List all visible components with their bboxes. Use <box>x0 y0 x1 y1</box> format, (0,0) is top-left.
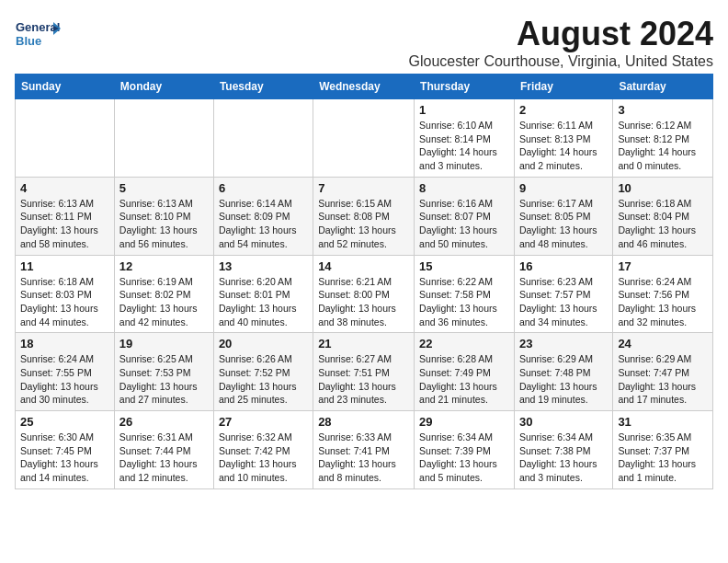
day-info: Sunrise: 6:25 AMSunset: 7:53 PMDaylight:… <box>119 352 209 407</box>
day-number: 16 <box>519 259 608 273</box>
day-number: 20 <box>219 337 308 350</box>
day-number: 4 <box>20 181 109 195</box>
calendar-cell-25: 22Sunrise: 6:28 AMSunset: 7:49 PMDayligh… <box>415 333 515 411</box>
day-number: 15 <box>419 259 509 273</box>
day-number: 14 <box>318 259 409 273</box>
day-info: Sunrise: 6:30 AMSunset: 7:45 PMDaylight:… <box>20 431 109 485</box>
day-info: Sunrise: 6:22 AMSunset: 7:58 PMDaylight:… <box>419 275 509 329</box>
day-number: 7 <box>318 181 409 195</box>
weekday-header-wednesday: Wednesday <box>313 75 415 99</box>
calendar-cell-9: 6Sunrise: 6:14 AMSunset: 8:09 PMDaylight… <box>213 177 313 255</box>
weekday-header-sunday: Sunday <box>16 75 115 99</box>
day-info: Sunrise: 6:29 AMSunset: 7:47 PMDaylight:… <box>618 352 708 407</box>
day-info: Sunrise: 6:18 AMSunset: 8:03 PMDaylight:… <box>20 275 109 329</box>
calendar-cell-6: 3Sunrise: 6:12 AMSunset: 8:12 PMDaylight… <box>613 99 713 178</box>
title-area: August 2024 Gloucester Courthouse, Virgi… <box>409 15 713 70</box>
day-info: Sunrise: 6:28 AMSunset: 7:49 PMDaylight:… <box>419 352 509 407</box>
calendar-cell-21: 18Sunrise: 6:24 AMSunset: 7:55 PMDayligh… <box>16 333 115 411</box>
calendar-cell-18: 15Sunrise: 6:22 AMSunset: 7:58 PMDayligh… <box>415 255 515 333</box>
day-number: 18 <box>20 337 109 350</box>
calendar-cell-12: 9Sunrise: 6:17 AMSunset: 8:05 PMDaylight… <box>514 177 612 255</box>
calendar-cell-32: 29Sunrise: 6:34 AMSunset: 7:39 PMDayligh… <box>415 411 515 489</box>
day-info: Sunrise: 6:16 AMSunset: 8:07 PMDaylight:… <box>419 197 509 251</box>
day-info: Sunrise: 6:23 AMSunset: 7:57 PMDaylight:… <box>519 275 608 329</box>
weekday-header-monday: Monday <box>114 75 213 99</box>
weekday-header-tuesday: Tuesday <box>213 75 313 99</box>
calendar-cell-24: 21Sunrise: 6:27 AMSunset: 7:51 PMDayligh… <box>313 333 415 411</box>
day-info: Sunrise: 6:11 AMSunset: 8:13 PMDaylight:… <box>519 119 608 173</box>
day-number: 2 <box>519 103 608 117</box>
day-number: 24 <box>618 337 708 350</box>
day-number: 3 <box>618 103 708 117</box>
calendar-cell-27: 24Sunrise: 6:29 AMSunset: 7:47 PMDayligh… <box>613 333 713 411</box>
day-info: Sunrise: 6:35 AMSunset: 7:37 PMDaylight:… <box>618 431 708 485</box>
calendar-cell-0 <box>16 99 115 178</box>
calendar-cell-2 <box>213 99 313 178</box>
day-number: 9 <box>519 181 608 195</box>
day-number: 10 <box>618 181 708 195</box>
calendar-cell-10: 7Sunrise: 6:15 AMSunset: 8:08 PMDaylight… <box>313 177 415 255</box>
calendar-cell-20: 17Sunrise: 6:24 AMSunset: 7:56 PMDayligh… <box>613 255 713 333</box>
day-number: 29 <box>419 415 509 429</box>
day-number: 6 <box>219 181 308 195</box>
calendar-cell-22: 19Sunrise: 6:25 AMSunset: 7:53 PMDayligh… <box>114 333 213 411</box>
calendar-cell-28: 25Sunrise: 6:30 AMSunset: 7:45 PMDayligh… <box>16 411 115 489</box>
calendar-cell-30: 27Sunrise: 6:32 AMSunset: 7:42 PMDayligh… <box>213 411 313 489</box>
day-info: Sunrise: 6:32 AMSunset: 7:42 PMDaylight:… <box>219 431 308 485</box>
calendar-cell-16: 13Sunrise: 6:20 AMSunset: 8:01 PMDayligh… <box>213 255 313 333</box>
day-info: Sunrise: 6:24 AMSunset: 7:55 PMDaylight:… <box>20 352 109 407</box>
day-info: Sunrise: 6:34 AMSunset: 7:39 PMDaylight:… <box>419 431 509 485</box>
calendar-cell-11: 8Sunrise: 6:16 AMSunset: 8:07 PMDaylight… <box>415 177 515 255</box>
day-info: Sunrise: 6:12 AMSunset: 8:12 PMDaylight:… <box>618 119 708 173</box>
calendar-cell-19: 16Sunrise: 6:23 AMSunset: 7:57 PMDayligh… <box>514 255 612 333</box>
calendar-cell-15: 12Sunrise: 6:19 AMSunset: 8:02 PMDayligh… <box>114 255 213 333</box>
day-info: Sunrise: 6:21 AMSunset: 8:00 PMDaylight:… <box>318 275 409 329</box>
day-info: Sunrise: 6:31 AMSunset: 7:44 PMDaylight:… <box>119 431 209 485</box>
logo: General Blue <box>15 15 61 52</box>
day-number: 11 <box>20 259 109 273</box>
weekday-header-saturday: Saturday <box>613 75 713 99</box>
calendar-cell-31: 28Sunrise: 6:33 AMSunset: 7:41 PMDayligh… <box>313 411 415 489</box>
calendar-cell-7: 4Sunrise: 6:13 AMSunset: 8:11 PMDaylight… <box>16 177 115 255</box>
day-info: Sunrise: 6:10 AMSunset: 8:14 PMDaylight:… <box>419 119 509 173</box>
calendar-cell-14: 11Sunrise: 6:18 AMSunset: 8:03 PMDayligh… <box>16 255 115 333</box>
day-number: 31 <box>618 415 708 429</box>
calendar-cell-8: 5Sunrise: 6:13 AMSunset: 8:10 PMDaylight… <box>114 177 213 255</box>
calendar-cell-26: 23Sunrise: 6:29 AMSunset: 7:48 PMDayligh… <box>514 333 612 411</box>
calendar-cell-23: 20Sunrise: 6:26 AMSunset: 7:52 PMDayligh… <box>213 333 313 411</box>
calendar-cell-34: 31Sunrise: 6:35 AMSunset: 7:37 PMDayligh… <box>613 411 713 489</box>
day-info: Sunrise: 6:34 AMSunset: 7:38 PMDaylight:… <box>519 431 608 485</box>
day-info: Sunrise: 6:26 AMSunset: 7:52 PMDaylight:… <box>219 352 308 407</box>
day-info: Sunrise: 6:33 AMSunset: 7:41 PMDaylight:… <box>318 431 409 485</box>
page-title: August 2024 <box>409 15 713 53</box>
calendar-table: SundayMondayTuesdayWednesdayThursdayFrid… <box>15 74 713 489</box>
calendar-cell-5: 2Sunrise: 6:11 AMSunset: 8:13 PMDaylight… <box>514 99 612 178</box>
day-number: 19 <box>119 337 209 350</box>
day-number: 5 <box>119 181 209 195</box>
day-info: Sunrise: 6:17 AMSunset: 8:05 PMDaylight:… <box>519 197 608 251</box>
day-info: Sunrise: 6:14 AMSunset: 8:09 PMDaylight:… <box>219 197 308 251</box>
day-number: 30 <box>519 415 608 429</box>
day-info: Sunrise: 6:13 AMSunset: 8:10 PMDaylight:… <box>119 197 209 251</box>
calendar-cell-29: 26Sunrise: 6:31 AMSunset: 7:44 PMDayligh… <box>114 411 213 489</box>
day-info: Sunrise: 6:20 AMSunset: 8:01 PMDaylight:… <box>219 275 308 329</box>
weekday-header-friday: Friday <box>514 75 612 99</box>
calendar-cell-1 <box>114 99 213 178</box>
day-number: 21 <box>318 337 409 350</box>
day-info: Sunrise: 6:15 AMSunset: 8:08 PMDaylight:… <box>318 197 409 251</box>
logo-icon: General Blue <box>15 15 61 52</box>
day-number: 1 <box>419 103 509 117</box>
day-number: 13 <box>219 259 308 273</box>
calendar-cell-17: 14Sunrise: 6:21 AMSunset: 8:00 PMDayligh… <box>313 255 415 333</box>
day-number: 8 <box>419 181 509 195</box>
calendar-cell-13: 10Sunrise: 6:18 AMSunset: 8:04 PMDayligh… <box>613 177 713 255</box>
calendar-cell-33: 30Sunrise: 6:34 AMSunset: 7:38 PMDayligh… <box>514 411 612 489</box>
day-number: 26 <box>119 415 209 429</box>
day-info: Sunrise: 6:29 AMSunset: 7:48 PMDaylight:… <box>519 352 608 407</box>
day-number: 28 <box>318 415 409 429</box>
calendar-cell-3 <box>313 99 415 178</box>
day-info: Sunrise: 6:19 AMSunset: 8:02 PMDaylight:… <box>119 275 209 329</box>
day-number: 17 <box>618 259 708 273</box>
svg-text:Blue: Blue <box>16 34 41 48</box>
weekday-header-thursday: Thursday <box>415 75 515 99</box>
